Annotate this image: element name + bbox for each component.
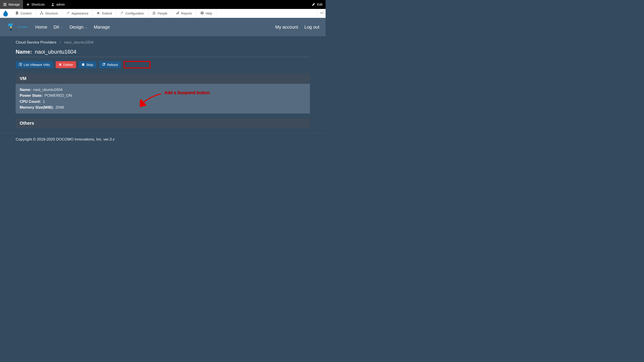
svg-rect-7	[176, 13, 177, 14]
site-nav-right: My account Log out	[275, 24, 319, 30]
x-icon	[59, 63, 62, 67]
svg-rect-3	[40, 14, 41, 14]
others-panel: Others	[16, 118, 310, 128]
admin-menu-content[interactable]: Content	[11, 9, 36, 18]
hamburger-icon	[3, 3, 7, 6]
list-vms-button[interactable]: List VMware VMs	[16, 61, 53, 68]
label: Configuration	[126, 12, 144, 15]
vm-panel-body: Name:naoi_ubuntu1604 Power State:POWERED…	[16, 84, 310, 113]
admin-label: admin	[56, 3, 65, 6]
file-icon	[15, 11, 19, 15]
footer-copyright: Copyright © 2018-2020 DOCOMO Innovations…	[16, 137, 114, 141]
site-nav: Home DII⌄ Design⌄ Manage	[35, 24, 110, 30]
label: Reports	[181, 12, 192, 15]
svg-rect-20	[20, 63, 22, 63]
svg-rect-23	[82, 63, 84, 66]
svg-rect-8	[177, 12, 178, 14]
svg-rect-2	[41, 11, 42, 12]
shortcuts-label: Shortcuts	[32, 3, 45, 6]
nav-dii[interactable]: DII⌄	[54, 24, 63, 30]
stop-icon	[82, 63, 84, 67]
page-title-value: naoi_ubuntu1604	[35, 49, 76, 55]
drupal-logo-icon[interactable]	[0, 9, 11, 18]
wrench-icon	[120, 11, 124, 15]
vm-row-name: Name:naoi_ubuntu1604	[20, 87, 306, 93]
svg-rect-22	[20, 65, 22, 66]
user-icon	[51, 3, 54, 6]
star-icon	[26, 3, 30, 6]
label: List VMware VMs	[24, 63, 50, 67]
admin-menu-extend[interactable]: Extend	[92, 9, 116, 18]
label: Reboot	[107, 63, 118, 67]
svg-point-6	[154, 12, 156, 13]
admin-menu-help[interactable]: ? Help	[196, 9, 216, 18]
svg-rect-9	[178, 11, 179, 14]
toolbar-collapse-button[interactable]	[317, 9, 326, 18]
stop-button[interactable]: Stop	[79, 61, 96, 68]
admin-menu-structure[interactable]: Structure	[36, 9, 62, 18]
divider	[16, 57, 310, 57]
breadcrumb-current: naoi_ubuntu1604	[64, 40, 94, 44]
svg-point-5	[153, 12, 154, 13]
others-panel-header[interactable]: Others	[16, 118, 310, 128]
admin-menu-appearance[interactable]: Appearance	[62, 9, 93, 18]
label: People	[158, 12, 168, 15]
nav-my-account[interactable]: My account	[275, 24, 298, 30]
action-buttons: List VMware VMs Delete Stop Reboot	[16, 61, 310, 68]
label: Appearance	[72, 12, 88, 15]
svg-rect-17	[19, 63, 19, 63]
svg-rect-4	[42, 14, 43, 14]
help-icon: ?	[200, 11, 204, 15]
manage-menu[interactable]: Manage	[0, 0, 23, 9]
page-title: Name: naoi_ubuntu1604	[16, 49, 310, 55]
list-icon	[19, 63, 22, 67]
vm-row-power-state: Power State:POWERED_ON	[20, 93, 306, 98]
chevron-down-icon: ⌄	[85, 25, 88, 29]
structure-icon	[40, 11, 44, 15]
vm-panel: VM Name:naoi_ubuntu1604 Power State:POWE…	[16, 73, 310, 113]
nav-home[interactable]: Home	[35, 24, 47, 30]
label: Structure	[45, 12, 58, 15]
nav-logout[interactable]: Log out	[304, 24, 319, 30]
label: Stop	[86, 63, 93, 67]
admin-menu-configuration[interactable]: Configuration	[116, 9, 148, 18]
collapse-icon	[319, 11, 323, 15]
nav-manage[interactable]: Manage	[94, 24, 110, 30]
svg-rect-21	[20, 64, 22, 64]
delete-button[interactable]: Delete	[56, 61, 76, 68]
vm-row-memory-size: Memory Size(MiB):2048	[20, 105, 306, 110]
site-logo[interactable]: CLOUD	[6, 21, 28, 33]
label: Content	[20, 12, 32, 15]
toolbar-top: Manage Shortcuts admin Edit	[0, 0, 326, 9]
pencil-icon	[312, 3, 315, 6]
admin-user-menu[interactable]: admin	[48, 0, 68, 9]
edit-menu[interactable]: Edit	[308, 0, 326, 9]
manage-label: Manage	[8, 3, 20, 6]
label: Help	[206, 12, 212, 15]
admin-menu-reports[interactable]: Reports	[172, 9, 196, 18]
nav-design[interactable]: Design⌄	[70, 24, 88, 30]
breadcrumb: Cloud Service Providers / naoi_ubuntu160…	[16, 40, 310, 45]
label: Delete	[63, 63, 73, 67]
page-title-label: Name:	[16, 49, 32, 55]
admin-menu-people[interactable]: People	[148, 9, 172, 18]
suspend-button-placeholder	[124, 61, 150, 68]
label: Extend	[102, 12, 112, 15]
wrench-icon	[66, 11, 70, 15]
svg-point-1	[52, 3, 54, 4]
footer: Copyright © 2018-2020 DOCOMO Innovations…	[0, 133, 326, 146]
breadcrumb-parent[interactable]: Cloud Service Providers	[16, 40, 56, 44]
breadcrumb-separator: /	[60, 40, 61, 44]
puzzle-icon	[96, 11, 100, 15]
shortcuts-menu[interactable]: Shortcuts	[23, 0, 48, 9]
vm-panel-header: VM	[16, 73, 310, 84]
svg-marker-0	[26, 3, 30, 6]
people-icon	[152, 11, 156, 15]
svg-text:?: ?	[202, 12, 203, 14]
refresh-icon	[102, 63, 105, 67]
reboot-button[interactable]: Reboot	[99, 61, 121, 68]
chevron-down-icon: ⌄	[60, 25, 63, 29]
svg-rect-19	[19, 65, 19, 66]
site-header: CLOUD Home DII⌄ Design⌄ Manage My accoun…	[0, 18, 326, 36]
svg-point-16	[10, 26, 12, 28]
